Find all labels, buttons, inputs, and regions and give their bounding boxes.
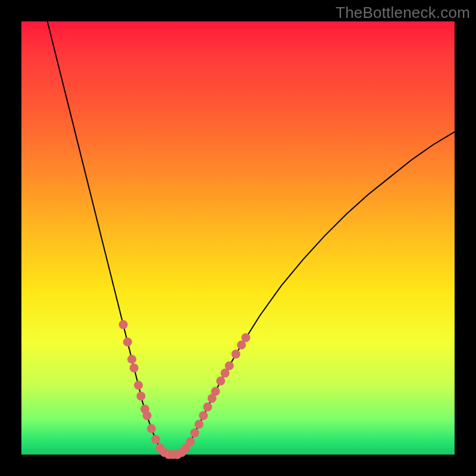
marker-dot — [143, 411, 152, 420]
marker-dot — [231, 350, 240, 359]
marker-dot — [190, 428, 199, 437]
marker-dot — [123, 337, 132, 346]
marker-dot — [211, 387, 220, 396]
marker-dot — [119, 320, 128, 329]
marker-dot — [216, 377, 225, 386]
marker-dot — [195, 420, 203, 429]
bottleneck-curve — [48, 21, 455, 455]
marker-dot — [199, 411, 208, 420]
marker-dot — [130, 364, 139, 372]
marker-dot — [127, 355, 136, 364]
chart-frame: TheBottleneck.com — [0, 0, 476, 476]
watermark-text: TheBottleneck.com — [336, 4, 470, 22]
marker-dot — [136, 392, 145, 400]
marker-dot — [151, 435, 160, 444]
marker-dot — [203, 402, 212, 411]
marker-dot — [134, 381, 143, 390]
marker-dot — [242, 333, 250, 342]
marker-dot — [225, 361, 234, 370]
highlight-markers — [119, 320, 250, 459]
marker-dot — [147, 424, 156, 433]
curve-svg — [21, 21, 455, 455]
plot-area — [21, 21, 455, 455]
marker-dot — [186, 437, 195, 446]
